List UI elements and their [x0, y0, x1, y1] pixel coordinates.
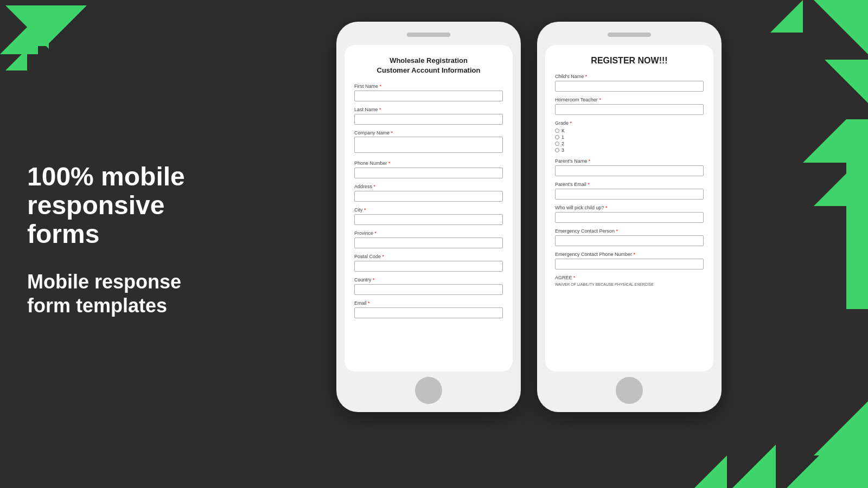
- city-input[interactable]: [354, 214, 503, 225]
- address-label: Address *: [354, 184, 503, 189]
- emergency-contact-label: Emergency Contact Person *: [555, 228, 704, 234]
- grade-option-1[interactable]: 1: [555, 134, 704, 140]
- svg-marker-5: [814, 0, 868, 54]
- svg-marker-14: [814, 174, 846, 206]
- emergency-phone-input[interactable]: [555, 259, 704, 269]
- register-title: REGISTER NOW!!!: [555, 56, 704, 66]
- childs-name-label: Child's Name *: [555, 74, 704, 79]
- email-input[interactable]: [354, 307, 503, 318]
- first-name-label: First Name *: [354, 84, 503, 89]
- pickup-label: Who will pick child up? *: [555, 205, 704, 210]
- grade-radio-2[interactable]: [555, 142, 559, 146]
- left-content: 100% mobile responsive forms Mobile resp…: [27, 163, 244, 317]
- phone-number-input[interactable]: [354, 168, 503, 178]
- emergency-phone-field: Emergency Contact Phone Number *: [555, 252, 704, 269]
- emergency-contact-input[interactable]: [555, 235, 704, 246]
- svg-rect-12: [846, 119, 868, 309]
- emergency-contact-field: Emergency Contact Person *: [555, 228, 704, 246]
- homeroom-teacher-label: Homeroom Teacher *: [555, 97, 704, 102]
- postal-code-field: Postal Code *: [354, 254, 503, 272]
- deco-middleright: [803, 119, 868, 309]
- postal-code-input[interactable]: [354, 261, 503, 272]
- svg-marker-2: [49, 5, 87, 43]
- postal-code-label: Postal Code *: [354, 254, 503, 259]
- first-name-input[interactable]: [354, 91, 503, 101]
- phone1-screen: Wholesale Registration Customer Account …: [344, 45, 513, 371]
- address-field: Address *: [354, 184, 503, 202]
- city-label: City *: [354, 207, 503, 213]
- phone2-screen: REGISTER NOW!!! Child's Name * Homeroom …: [545, 45, 713, 371]
- email-label: Email *: [354, 300, 503, 306]
- country-input[interactable]: [354, 284, 503, 295]
- phones-container: Wholesale Registration Customer Account …: [336, 22, 722, 412]
- svg-marker-9: [814, 401, 868, 455]
- email-field: Email *: [354, 300, 503, 318]
- last-name-label: Last Name *: [354, 107, 503, 112]
- svg-marker-7: [770, 0, 803, 33]
- company-name-field: Company Name *: [354, 130, 503, 155]
- last-name-input[interactable]: [354, 114, 503, 125]
- grade-radio-3[interactable]: [555, 148, 559, 152]
- svg-marker-11: [694, 455, 727, 488]
- address-input[interactable]: [354, 191, 503, 202]
- phone2-home-button[interactable]: [616, 377, 643, 404]
- phone2-mockup: REGISTER NOW!!! Child's Name * Homeroom …: [537, 22, 722, 412]
- agree-field: AGREE * WAIVER OF LIABILITY BECAUSE PHYS…: [555, 275, 704, 286]
- grade-options: K 1 2 3: [555, 128, 704, 153]
- parents-name-label: Parent's Name *: [555, 158, 704, 164]
- svg-marker-10: [732, 445, 776, 488]
- sub-title: Mobile response form templates: [27, 270, 244, 317]
- grade-radio-k[interactable]: [555, 129, 559, 133]
- homeroom-teacher-input[interactable]: [555, 104, 704, 115]
- phone1-home-button[interactable]: [415, 377, 442, 404]
- grade-option-2[interactable]: 2: [555, 141, 704, 146]
- phone1-speaker: [407, 33, 450, 37]
- phone-number-label: Phone Number *: [354, 160, 503, 166]
- last-name-field: Last Name *: [354, 107, 503, 125]
- main-title: 100% mobile responsive forms: [27, 163, 244, 248]
- province-input[interactable]: [354, 237, 503, 248]
- svg-marker-6: [825, 60, 868, 103]
- grade-option-3[interactable]: 3: [555, 147, 704, 153]
- phone1-mockup: Wholesale Registration Customer Account …: [336, 22, 521, 412]
- deco-topleft: [0, 0, 108, 108]
- city-field: City *: [354, 207, 503, 225]
- grade-field: Grade * K 1 2: [555, 120, 704, 153]
- svg-marker-13: [803, 119, 846, 163]
- company-name-input[interactable]: [354, 137, 503, 153]
- grade-option-k[interactable]: K: [555, 128, 704, 133]
- agree-text: WAIVER OF LIABILITY BECAUSE PHYSICAL EXE…: [555, 282, 704, 286]
- parents-email-input[interactable]: [555, 189, 704, 200]
- province-field: Province *: [354, 230, 503, 248]
- first-name-field: First Name *: [354, 84, 503, 101]
- phone-number-field: Phone Number *: [354, 160, 503, 178]
- childs-name-input[interactable]: [555, 81, 704, 92]
- parents-name-field: Parent's Name *: [555, 158, 704, 176]
- homeroom-teacher-field: Homeroom Teacher *: [555, 97, 704, 115]
- country-label: Country *: [354, 277, 503, 282]
- pickup-input[interactable]: [555, 212, 704, 223]
- company-name-label: Company Name *: [354, 130, 503, 136]
- agree-label: AGREE *: [555, 275, 704, 280]
- province-label: Province *: [354, 230, 503, 236]
- pickup-field: Who will pick child up? *: [555, 205, 704, 223]
- grade-radio-1[interactable]: [555, 135, 559, 139]
- parents-name-input[interactable]: [555, 165, 704, 176]
- parents-email-label: Parent's Email *: [555, 182, 704, 187]
- svg-marker-1: [0, 16, 38, 54]
- emergency-phone-label: Emergency Contact Phone Number *: [555, 252, 704, 257]
- parents-email-field: Parent's Email *: [555, 182, 704, 200]
- phone2-speaker: [608, 33, 651, 37]
- grade-label: Grade *: [555, 120, 704, 126]
- childs-name-field: Child's Name *: [555, 74, 704, 92]
- phone1-form-title: Wholesale Registration Customer Account …: [354, 56, 503, 75]
- country-field: Country *: [354, 277, 503, 295]
